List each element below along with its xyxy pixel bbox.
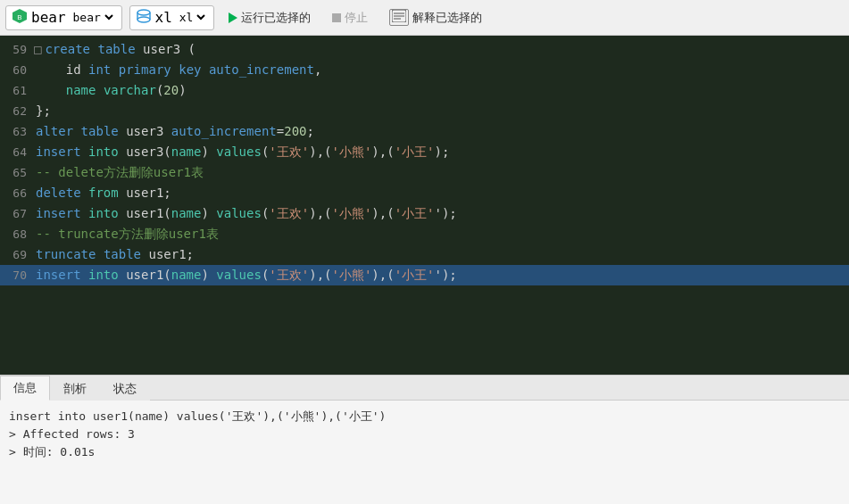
code-line: 60 id int primary key auto_increment, (0, 60, 849, 80)
db-selector[interactable]: B bear bear (5, 5, 122, 30)
schema-selector-label: xl (155, 9, 172, 26)
token-str: '小熊' (332, 206, 372, 220)
token-white (81, 206, 88, 220)
token-kw: table (104, 247, 141, 261)
token-kw: primary (119, 62, 171, 77)
toolbar: B bear bear xl xl 运行已选择的 停止 (0, 0, 849, 36)
token-kw2: into (88, 145, 119, 159)
token-str: '小王' (395, 145, 435, 159)
schema-selector[interactable]: xl xl (129, 5, 214, 30)
token-kw2: into (88, 268, 119, 282)
panel-tab-info[interactable]: 信息 (0, 376, 50, 401)
output-line: > Affected rows: 3 (9, 426, 840, 443)
run-label: 运行已选择的 (241, 10, 311, 26)
line-content: insert into user1(name) values('王欢'),('小… (34, 265, 849, 285)
svg-text:B: B (17, 13, 21, 21)
stop-label: 停止 (345, 10, 368, 26)
line-number: 59 (0, 40, 34, 60)
line-content: insert into user1(name) values('王欢'),('小… (34, 203, 849, 223)
line-content: -- delete方法删除user1表 (34, 162, 849, 182)
svg-point-2 (137, 10, 150, 15)
token-white (73, 124, 80, 138)
token-white (81, 268, 88, 282)
token-kw: auto_increment (209, 62, 314, 77)
token-white: ; (307, 124, 314, 138)
explain-icon (389, 9, 409, 26)
token-white (36, 83, 66, 97)
token-num: 200 (284, 124, 306, 138)
token-white: , (314, 62, 321, 77)
token-white: ),( (309, 206, 331, 220)
code-line: 70insert into user1(name) values('王欢'),(… (0, 265, 849, 285)
token-white: user1( (119, 268, 171, 282)
token-str: '王欢' (269, 268, 309, 282)
token-str: '小王' (395, 206, 435, 220)
fold-marker[interactable]: □ (34, 39, 41, 59)
line-number: 66 (0, 184, 34, 203)
panel-tab-parse[interactable]: 剖析 (50, 376, 100, 401)
code-line: 63alter table user3 auto_increment=200; (0, 121, 849, 142)
token-white: user3( (119, 145, 171, 159)
code-line: 65-- delete方法删除user1表 (0, 162, 849, 183)
token-num: 20 (163, 83, 179, 97)
line-number: 62 (0, 102, 34, 121)
token-white: user3 ( (136, 42, 196, 56)
stop-button[interactable]: 停止 (325, 5, 375, 30)
token-kw2: name (171, 206, 202, 220)
play-icon (229, 12, 237, 23)
line-number: 64 (0, 143, 34, 162)
token-white: user3 (119, 124, 171, 138)
token-str: '小熊' (332, 145, 372, 159)
explain-button[interactable]: 解释已选择的 (382, 5, 489, 30)
token-white: ) (201, 206, 216, 220)
code-editor[interactable]: 59□create table user3 (60 id int primary… (0, 36, 849, 375)
token-kw: int (88, 62, 111, 77)
code-line: 61 name varchar(20) (0, 80, 849, 101)
token-kw: auto_increment (171, 124, 277, 138)
code-line: 62}; (0, 101, 849, 121)
line-content: truncate table user1; (34, 244, 849, 264)
bottom-panel: 信息剖析状态 insert into user1(name) values('王… (0, 375, 849, 504)
db-selector-dropdown[interactable]: bear (70, 10, 116, 25)
schema-icon (136, 8, 152, 28)
token-white: user1; (141, 247, 194, 261)
token-comment: -- truncate方法删除user1表 (36, 227, 219, 241)
panel-tabs: 信息剖析状态 (0, 376, 849, 401)
token-str: '王欢' (269, 145, 309, 159)
token-kw2: name (171, 145, 202, 159)
token-kw2: name (171, 268, 202, 282)
token-white: }; (36, 103, 51, 118)
line-number: 65 (0, 163, 34, 183)
token-white: ) (201, 268, 216, 282)
line-content: name varchar(20) (34, 80, 849, 100)
code-line: 69truncate table user1; (0, 244, 849, 265)
token-white: '); (435, 268, 457, 282)
token-comment: -- delete方法删除user1表 (36, 165, 204, 179)
token-white: ),( (371, 206, 394, 220)
token-kw: table (97, 42, 135, 56)
token-kw: alter (36, 124, 73, 138)
schema-selector-dropdown[interactable]: xl (176, 10, 208, 25)
line-number: 68 (0, 225, 34, 244)
token-kw2: into (88, 206, 119, 220)
panel-tab-status[interactable]: 状态 (100, 376, 150, 401)
line-content: alter table user3 auto_increment=200; (34, 121, 849, 141)
db-selector-label: bear (31, 9, 66, 26)
token-kw: insert (36, 268, 81, 282)
token-kw: insert (36, 145, 81, 159)
token-white: ) (201, 145, 216, 159)
token-white (81, 186, 88, 200)
token-kw: key (179, 62, 201, 77)
code-line: 59□create table user3 ( (0, 39, 849, 60)
svg-point-5 (137, 17, 150, 22)
run-button[interactable]: 运行已选择的 (221, 5, 318, 30)
panel-content: insert into user1(name) values('王欢'),('小… (0, 401, 849, 468)
token-str: '王欢' (269, 206, 309, 220)
token-white: ),( (371, 268, 394, 282)
token-white: = (277, 124, 284, 138)
token-kw2: values (216, 268, 262, 282)
token-kw2: values (216, 206, 262, 220)
token-str: '小王' (395, 268, 435, 282)
token-white (202, 62, 209, 77)
output-line: insert into user1(name) values('王欢'),('小… (9, 408, 840, 426)
